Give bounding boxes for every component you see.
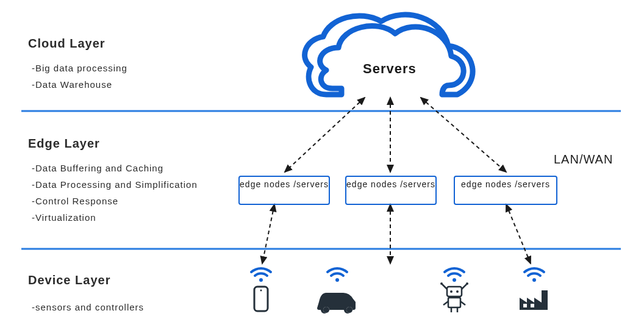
svg-point-10 <box>450 290 453 293</box>
edge-node-box: edge nodes /servers <box>454 176 557 205</box>
device-layer-title: Device Layer <box>28 273 110 287</box>
device-item: -sensors and controllers <box>32 299 144 315</box>
svg-point-13 <box>440 282 443 285</box>
svg-rect-9 <box>447 287 462 296</box>
svg-rect-22 <box>523 304 527 307</box>
edge-item: -Virtualization <box>32 209 198 226</box>
edge-node-label: edge nodes /servers <box>240 179 329 189</box>
cloud-item: -Big data processing <box>32 60 127 76</box>
edge-node-box: edge nodes /servers <box>238 176 330 205</box>
cloud-layer-title: Cloud Layer <box>28 37 106 51</box>
phone-icon <box>254 287 268 311</box>
edge-item: -Control Response <box>32 193 198 209</box>
edge-layer-items: -Data Buffering and Caching -Data Proces… <box>32 160 198 226</box>
factory-icon <box>520 290 548 310</box>
svg-point-3 <box>335 278 339 282</box>
cloud-center-label: Servers <box>363 61 417 77</box>
svg-point-6 <box>323 307 329 313</box>
edge-node-label: edge nodes /servers <box>461 179 550 189</box>
arrow-edge-device-1 <box>262 204 274 264</box>
edge-layer-title: Edge Layer <box>28 137 100 151</box>
svg-point-2 <box>260 290 262 292</box>
edge-node-box: edge nodes /servers <box>345 176 437 205</box>
network-label: LAN/WAN <box>554 152 613 167</box>
svg-line-12 <box>442 284 447 289</box>
svg-rect-16 <box>448 298 460 307</box>
svg-line-14 <box>462 284 467 289</box>
svg-rect-23 <box>531 304 534 307</box>
cloud-icon <box>305 15 473 95</box>
cloud-layer-items: -Big data processing -Data Warehouse <box>32 60 127 93</box>
svg-point-15 <box>466 282 468 285</box>
edge-item: -Data Buffering and Caching <box>32 160 198 176</box>
arrow-edge-device-3 <box>506 204 531 264</box>
svg-point-0 <box>259 278 263 282</box>
cloud-item: -Data Warehouse <box>32 76 127 93</box>
edge-node-label: edge nodes /servers <box>346 179 435 189</box>
wifi-icon <box>327 268 347 282</box>
svg-point-21 <box>532 278 536 282</box>
svg-point-11 <box>456 290 459 293</box>
wifi-icon <box>445 268 464 282</box>
svg-point-8 <box>453 278 456 282</box>
car-icon <box>317 293 356 314</box>
wifi-icon <box>524 268 544 282</box>
device-layer-items: -sensors and controllers <box>32 299 144 315</box>
arrow-cloud-edge-right <box>421 98 506 172</box>
wifi-icon <box>251 268 271 282</box>
edge-item: -Data Processing and Simplification <box>32 176 198 193</box>
diagram-stage: Cloud Layer -Big data processing -Data W… <box>0 0 644 330</box>
svg-point-7 <box>346 307 352 313</box>
arrow-cloud-edge-left <box>285 98 365 172</box>
robot-icon <box>440 282 468 312</box>
